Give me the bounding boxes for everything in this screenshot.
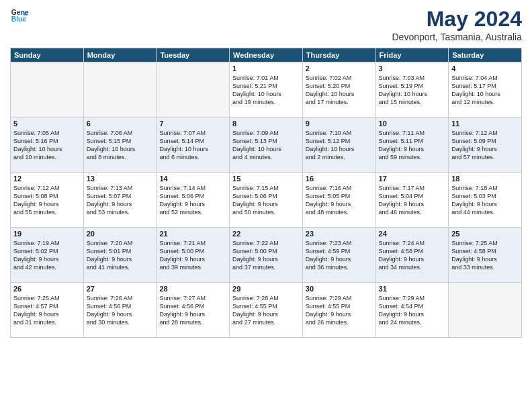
table-row: 23Sunrise: 7:23 AM Sunset: 4:59 PM Dayli… bbox=[302, 228, 375, 283]
cell-content: Sunrise: 7:12 AM Sunset: 5:08 PM Dayligh… bbox=[13, 184, 81, 217]
day-number: 14 bbox=[159, 175, 226, 183]
calendar-week-row: 12Sunrise: 7:12 AM Sunset: 5:08 PM Dayli… bbox=[11, 173, 522, 228]
day-number: 11 bbox=[451, 120, 519, 128]
table-row: 5Sunrise: 7:05 AM Sunset: 5:16 PM Daylig… bbox=[11, 118, 84, 173]
table-row bbox=[449, 283, 522, 338]
day-number: 12 bbox=[13, 175, 81, 183]
table-row: 28Sunrise: 7:27 AM Sunset: 4:56 PM Dayli… bbox=[157, 283, 230, 338]
table-row: 21Sunrise: 7:21 AM Sunset: 5:00 PM Dayli… bbox=[157, 228, 230, 283]
cell-content: Sunrise: 7:18 AM Sunset: 5:03 PM Dayligh… bbox=[451, 184, 519, 217]
table-row: 2Sunrise: 7:02 AM Sunset: 5:20 PM Daylig… bbox=[302, 62, 375, 118]
day-number: 6 bbox=[87, 120, 154, 128]
table-row bbox=[83, 62, 157, 118]
table-row: 11Sunrise: 7:12 AM Sunset: 5:09 PM Dayli… bbox=[449, 118, 522, 173]
table-row: 8Sunrise: 7:09 AM Sunset: 5:13 PM Daylig… bbox=[230, 118, 303, 173]
cell-content: Sunrise: 7:10 AM Sunset: 5:12 PM Dayligh… bbox=[306, 129, 373, 162]
title-block: May 2024 Devonport, Tasmania, Australia bbox=[392, 7, 522, 42]
table-row: 30Sunrise: 7:29 AM Sunset: 4:55 PM Dayli… bbox=[302, 283, 375, 338]
day-number: 1 bbox=[232, 64, 300, 73]
day-number: 31 bbox=[379, 285, 446, 293]
cell-content: Sunrise: 7:01 AM Sunset: 5:21 PM Dayligh… bbox=[232, 74, 300, 107]
day-number: 13 bbox=[87, 175, 154, 183]
cell-content: Sunrise: 7:03 AM Sunset: 5:19 PM Dayligh… bbox=[379, 74, 446, 107]
cell-content: Sunrise: 7:25 AM Sunset: 4:58 PM Dayligh… bbox=[451, 239, 519, 272]
day-number: 29 bbox=[232, 285, 300, 293]
cell-content: Sunrise: 7:12 AM Sunset: 5:09 PM Dayligh… bbox=[451, 129, 519, 162]
col-monday: Monday bbox=[83, 48, 157, 62]
day-number: 30 bbox=[306, 285, 373, 293]
calendar-week-row: 19Sunrise: 7:19 AM Sunset: 5:02 PM Dayli… bbox=[11, 228, 522, 283]
cell-content: Sunrise: 7:24 AM Sunset: 4:58 PM Dayligh… bbox=[379, 239, 446, 272]
table-row: 27Sunrise: 7:26 AM Sunset: 4:56 PM Dayli… bbox=[83, 283, 157, 338]
cell-content: Sunrise: 7:20 AM Sunset: 5:01 PM Dayligh… bbox=[87, 239, 154, 272]
page: General Blue May 2024 Devonport, Tasmani… bbox=[0, 0, 532, 411]
logo: General Blue bbox=[10, 7, 29, 26]
table-row: 19Sunrise: 7:19 AM Sunset: 5:02 PM Dayli… bbox=[11, 228, 84, 283]
table-row: 3Sunrise: 7:03 AM Sunset: 5:19 PM Daylig… bbox=[375, 62, 449, 118]
cell-content: Sunrise: 7:04 AM Sunset: 5:17 PM Dayligh… bbox=[451, 74, 519, 107]
table-row: 4Sunrise: 7:04 AM Sunset: 5:17 PM Daylig… bbox=[449, 62, 522, 118]
col-friday: Friday bbox=[375, 48, 449, 62]
col-tuesday: Tuesday bbox=[157, 48, 230, 62]
day-number: 2 bbox=[306, 64, 373, 73]
col-sunday: Sunday bbox=[11, 48, 84, 62]
calendar: Sunday Monday Tuesday Wednesday Thursday… bbox=[10, 48, 522, 338]
day-number: 10 bbox=[379, 120, 446, 128]
day-number: 8 bbox=[232, 120, 300, 128]
table-row: 20Sunrise: 7:20 AM Sunset: 5:01 PM Dayli… bbox=[83, 228, 157, 283]
cell-content: Sunrise: 7:06 AM Sunset: 5:15 PM Dayligh… bbox=[87, 129, 154, 162]
svg-text:Blue: Blue bbox=[11, 15, 27, 23]
day-number: 3 bbox=[379, 64, 446, 73]
table-row: 18Sunrise: 7:18 AM Sunset: 5:03 PM Dayli… bbox=[449, 173, 522, 228]
col-wednesday: Wednesday bbox=[230, 48, 303, 62]
table-row: 16Sunrise: 7:16 AM Sunset: 5:05 PM Dayli… bbox=[302, 173, 375, 228]
table-row bbox=[11, 62, 84, 118]
cell-content: Sunrise: 7:16 AM Sunset: 5:05 PM Dayligh… bbox=[306, 184, 373, 217]
table-row: 29Sunrise: 7:28 AM Sunset: 4:55 PM Dayli… bbox=[230, 283, 303, 338]
day-number: 16 bbox=[306, 175, 373, 183]
day-number: 21 bbox=[159, 230, 226, 238]
month-title: May 2024 bbox=[392, 7, 522, 32]
day-number: 22 bbox=[232, 230, 300, 238]
col-thursday: Thursday bbox=[302, 48, 375, 62]
table-row: 26Sunrise: 7:25 AM Sunset: 4:57 PM Dayli… bbox=[11, 283, 84, 338]
cell-content: Sunrise: 7:11 AM Sunset: 5:11 PM Dayligh… bbox=[379, 129, 446, 162]
table-row: 22Sunrise: 7:22 AM Sunset: 5:00 PM Dayli… bbox=[230, 228, 303, 283]
day-number: 27 bbox=[87, 285, 154, 293]
table-row: 14Sunrise: 7:14 AM Sunset: 5:06 PM Dayli… bbox=[157, 173, 230, 228]
table-row bbox=[157, 62, 230, 118]
cell-content: Sunrise: 7:05 AM Sunset: 5:16 PM Dayligh… bbox=[13, 129, 81, 162]
table-row: 13Sunrise: 7:13 AM Sunset: 5:07 PM Dayli… bbox=[83, 173, 157, 228]
day-number: 23 bbox=[306, 230, 373, 238]
cell-content: Sunrise: 7:14 AM Sunset: 5:06 PM Dayligh… bbox=[159, 184, 226, 217]
cell-content: Sunrise: 7:29 AM Sunset: 4:55 PM Dayligh… bbox=[306, 294, 373, 327]
day-number: 20 bbox=[87, 230, 154, 238]
table-row: 6Sunrise: 7:06 AM Sunset: 5:15 PM Daylig… bbox=[83, 118, 157, 173]
day-number: 15 bbox=[232, 175, 300, 183]
col-saturday: Saturday bbox=[449, 48, 522, 62]
header: General Blue May 2024 Devonport, Tasmani… bbox=[10, 7, 522, 42]
cell-content: Sunrise: 7:23 AM Sunset: 4:59 PM Dayligh… bbox=[306, 239, 373, 272]
cell-content: Sunrise: 7:21 AM Sunset: 5:00 PM Dayligh… bbox=[159, 239, 226, 272]
cell-content: Sunrise: 7:29 AM Sunset: 4:54 PM Dayligh… bbox=[379, 294, 446, 327]
table-row: 9Sunrise: 7:10 AM Sunset: 5:12 PM Daylig… bbox=[302, 118, 375, 173]
table-row: 17Sunrise: 7:17 AM Sunset: 5:04 PM Dayli… bbox=[375, 173, 449, 228]
calendar-week-row: 1Sunrise: 7:01 AM Sunset: 5:21 PM Daylig… bbox=[11, 62, 522, 118]
day-number: 25 bbox=[451, 230, 519, 238]
calendar-week-row: 26Sunrise: 7:25 AM Sunset: 4:57 PM Dayli… bbox=[11, 283, 522, 338]
cell-content: Sunrise: 7:27 AM Sunset: 4:56 PM Dayligh… bbox=[159, 294, 226, 327]
day-number: 5 bbox=[13, 120, 81, 128]
cell-content: Sunrise: 7:07 AM Sunset: 5:14 PM Dayligh… bbox=[159, 129, 226, 162]
table-row: 25Sunrise: 7:25 AM Sunset: 4:58 PM Dayli… bbox=[449, 228, 522, 283]
cell-content: Sunrise: 7:22 AM Sunset: 5:00 PM Dayligh… bbox=[232, 239, 300, 272]
cell-content: Sunrise: 7:13 AM Sunset: 5:07 PM Dayligh… bbox=[87, 184, 154, 217]
table-row: 24Sunrise: 7:24 AM Sunset: 4:58 PM Dayli… bbox=[375, 228, 449, 283]
day-number: 7 bbox=[159, 120, 226, 128]
day-number: 28 bbox=[159, 285, 226, 293]
calendar-week-row: 5Sunrise: 7:05 AM Sunset: 5:16 PM Daylig… bbox=[11, 118, 522, 173]
day-number: 9 bbox=[306, 120, 373, 128]
day-number: 4 bbox=[451, 64, 519, 73]
logo-icon: General Blue bbox=[10, 7, 29, 26]
cell-content: Sunrise: 7:09 AM Sunset: 5:13 PM Dayligh… bbox=[232, 129, 300, 162]
table-row: 10Sunrise: 7:11 AM Sunset: 5:11 PM Dayli… bbox=[375, 118, 449, 173]
